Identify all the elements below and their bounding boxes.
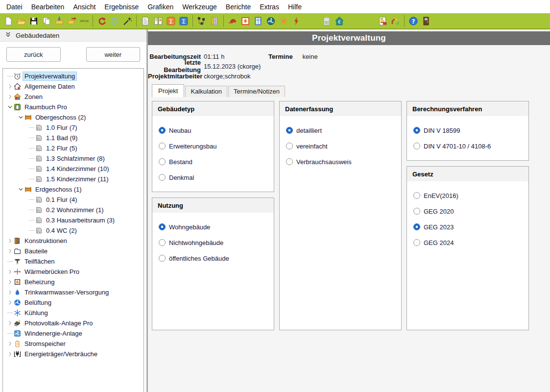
tree-item[interactable]: Teilflächen xyxy=(3,256,143,267)
radio-option[interactable]: Neubau xyxy=(159,126,267,135)
tree-item-label[interactable]: 0.2 Wohnzimmer (1) xyxy=(45,206,105,214)
tree-item[interactable]: Energieträger/Verbräuche xyxy=(3,349,143,359)
radio-option[interactable]: DIN V 4701-10 / 4108-6 xyxy=(413,142,522,150)
save-icon[interactable] xyxy=(27,15,40,27)
tree-item-label[interactable]: 1.5 Kinderzimmer (11) xyxy=(45,175,110,183)
sum-orange-icon[interactable]: Σ xyxy=(165,15,177,27)
chevron-down-icon[interactable] xyxy=(17,187,24,192)
tree-item-label[interactable]: Konstruktionen xyxy=(23,237,69,245)
radio-option[interactable]: Wohngebäude xyxy=(159,222,267,231)
tree-item[interactable]: 0.4 WC (2) xyxy=(3,225,143,236)
tree-item[interactable]: Stromspeicher xyxy=(3,339,143,349)
tree-item-label[interactable]: Trinkwarmwasser-Versorgung xyxy=(23,288,110,296)
flowchart-icon[interactable] xyxy=(195,15,208,27)
tree-item-label[interactable]: Energieträger/Verbräuche xyxy=(23,350,99,358)
radio-option-label[interactable]: EnEV(2016) xyxy=(424,192,458,199)
chevron-right-icon[interactable] xyxy=(6,351,14,357)
tree-item[interactable]: Beheizung xyxy=(3,277,143,287)
tree-item-label[interactable]: 0.4 WC (2) xyxy=(45,226,78,235)
radio-option[interactable]: GEG 2023 xyxy=(413,222,522,231)
chevron-right-icon[interactable] xyxy=(6,248,14,254)
chevron-right-icon[interactable] xyxy=(6,84,14,89)
magic-wand-icon[interactable] xyxy=(121,15,134,27)
tree-item[interactable]: 1.4 Kinderzimmer (10) xyxy=(3,164,143,174)
tab-projekt[interactable]: Projekt xyxy=(152,84,184,97)
tree-item[interactable]: 1.0 Flur (7) xyxy=(3,122,143,133)
menu-item-datei[interactable]: Datei xyxy=(2,1,27,13)
tree-item[interactable]: Allgemeine Daten xyxy=(3,81,143,92)
tree-item-label[interactable]: Bauteile xyxy=(23,247,49,255)
radio-unselected-icon[interactable] xyxy=(413,208,420,215)
tree-item[interactable]: 1.2 Flur (5) xyxy=(3,143,143,153)
energy-pass-icon[interactable] xyxy=(152,15,165,27)
calculator-clipboard-icon[interactable] xyxy=(320,15,333,27)
sun-icon[interactable] xyxy=(277,15,290,27)
redo-icon[interactable] xyxy=(108,15,121,27)
tree-item-label[interactable]: Erdgeschoss (1) xyxy=(34,185,83,194)
tree-item[interactable]: 0.2 Wohnzimmer (1) xyxy=(3,205,143,215)
report-document-icon[interactable] xyxy=(139,15,152,27)
radio-selected-icon[interactable] xyxy=(413,223,420,230)
lightning-icon[interactable] xyxy=(290,15,303,27)
tree-item[interactable]: 1.1 Bad (9) xyxy=(3,133,143,143)
chevron-right-icon[interactable] xyxy=(6,269,14,274)
window-icon[interactable] xyxy=(252,15,264,27)
heating-radiator-icon[interactable] xyxy=(239,15,252,27)
menu-item-ansicht[interactable]: Ansicht xyxy=(69,1,100,13)
back-button[interactable]: zurück xyxy=(6,47,61,62)
menu-item-extras[interactable]: Extras xyxy=(255,1,284,13)
chevron-right-icon[interactable] xyxy=(6,300,14,305)
new-document-icon[interactable] xyxy=(2,15,15,27)
radio-selected-icon[interactable] xyxy=(286,127,293,134)
radio-unselected-icon[interactable] xyxy=(286,143,293,149)
dena-logo[interactable]: dena xyxy=(78,19,90,23)
tree-item[interactable]: Photovoltaik-Anlage Pro xyxy=(3,318,143,328)
menu-item-berichte[interactable]: Berichte xyxy=(221,1,255,13)
tree-item-label[interactable]: 1.4 Kinderzimmer (10) xyxy=(45,165,111,173)
tree-item-label[interactable]: 1.0 Flur (7) xyxy=(45,123,79,132)
copy-icon[interactable] xyxy=(40,15,53,27)
tab-termine-notizen[interactable]: Termine/Notizen xyxy=(228,86,285,97)
tree-item[interactable]: Zonen xyxy=(3,92,143,102)
tree-item[interactable]: 1.3 Schlafzimmer (8) xyxy=(3,153,143,164)
radio-option-label[interactable]: öffentliches Gebäude xyxy=(169,255,229,262)
sidebar-header[interactable]: Gebäudedaten xyxy=(0,29,146,42)
radio-option[interactable]: vereinfacht xyxy=(286,142,395,150)
tree-item[interactable]: 0.3 Hausarbeitsraum (3) xyxy=(3,215,143,225)
tree-item-label[interactable]: 0.1 Flur (4) xyxy=(45,196,79,204)
radio-option-label[interactable]: Bestand xyxy=(169,158,192,166)
radio-option-label[interactable]: vereinfacht xyxy=(296,143,328,150)
tree-item[interactable]: 1.5 Kinderzimmer (11) xyxy=(3,174,143,184)
radio-unselected-icon[interactable] xyxy=(159,158,166,165)
radio-option-label[interactable]: DIN V 18599 xyxy=(424,127,460,134)
tree-item-label[interactable]: Belüftung xyxy=(23,298,53,307)
radio-unselected-icon[interactable] xyxy=(413,143,420,149)
chevron-right-icon[interactable] xyxy=(6,290,14,295)
radio-option-label[interactable]: Wohngebäude xyxy=(169,223,210,231)
radio-option[interactable]: Denkmal xyxy=(159,173,267,182)
undo-icon[interactable] xyxy=(96,15,108,27)
radio-option-label[interactable]: Verbrauchsausweis xyxy=(296,158,352,166)
next-button[interactable]: weiter xyxy=(86,47,141,62)
radio-selected-icon[interactable] xyxy=(413,127,420,134)
radio-option[interactable]: EnEV(2016) xyxy=(413,191,522,200)
chevron-right-icon[interactable] xyxy=(6,279,14,285)
radio-selected-icon[interactable] xyxy=(159,223,166,230)
radio-option[interactable]: öffentliches Gebäude xyxy=(159,254,267,263)
radio-option[interactable]: Nichtwohngebäude xyxy=(159,238,267,247)
import-folder-icon[interactable] xyxy=(53,15,66,27)
radio-option-label[interactable]: DIN V 4701-10 / 4108-6 xyxy=(424,143,491,150)
radio-option-label[interactable]: detailliert xyxy=(296,127,322,134)
tree-item[interactable]: Konstruktionen xyxy=(3,236,143,246)
radio-unselected-icon[interactable] xyxy=(286,158,293,165)
tree-item[interactable]: Projektverwaltung xyxy=(3,71,143,81)
open-folder-icon[interactable] xyxy=(15,15,27,27)
tab-kalkulation[interactable]: Kalkulation xyxy=(185,86,227,97)
radio-option-label[interactable]: Nichtwohngebäude xyxy=(169,239,223,246)
house-euro-icon[interactable]: € xyxy=(333,15,346,27)
tree-item[interactable]: 0.1 Flur (4) xyxy=(3,195,143,205)
red-cap-icon[interactable] xyxy=(226,15,239,27)
export-folder-icon[interactable] xyxy=(66,15,78,27)
tree-item-label[interactable]: Zonen xyxy=(23,93,44,101)
radio-option[interactable]: detailliert xyxy=(286,126,395,135)
